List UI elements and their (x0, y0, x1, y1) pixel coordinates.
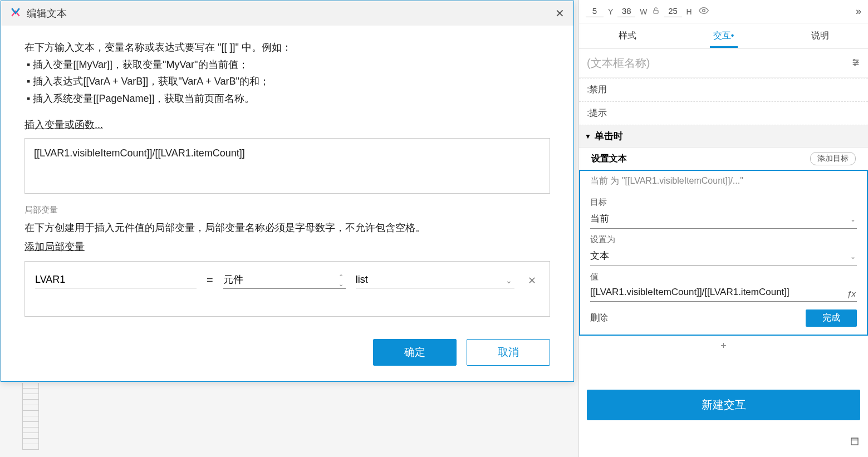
action-editor: 当前 为 "[[LVAR1.visibleItemCount]]/..." 目标… (579, 170, 868, 336)
chevron-icon: ⌃⌄ (339, 273, 344, 288)
local-var-description: 在下方创建用于插入元件值的局部变量，局部变量名称必须是字母数字，不允许包含空格。 (24, 221, 550, 234)
y-value[interactable]: 38 (617, 6, 635, 17)
widget-name-row: (文本框名称) (579, 49, 868, 78)
ruler-vertical (22, 383, 39, 450)
instructions-text: 在下方输入文本，变量名称或表达式要写在 "[[ ]]" 中。例如： ▪ 插入变量… (24, 39, 550, 107)
state-hint[interactable]: :提示 (579, 102, 868, 125)
inspector-tabs: 样式 交互• 说明 (579, 23, 868, 49)
collapse-icon[interactable]: ▼ (585, 132, 591, 140)
lock-icon[interactable] (652, 7, 660, 16)
action-description: 当前 为 "[[LVAR1.visibleItemCount]]/..." (580, 171, 867, 191)
h-label: H (686, 7, 692, 16)
x-value-partial[interactable]: 5 (586, 6, 604, 17)
var-name-input[interactable] (35, 273, 197, 288)
inspector-panel: 5 Y 38 W 25 H » 样式 交互• 说明 (文本框名称) :禁用 :提… (578, 0, 868, 457)
dialog-title: 编辑文本 (27, 7, 67, 20)
more-icon[interactable]: » (856, 6, 861, 17)
svg-rect-9 (851, 438, 858, 440)
w-value[interactable]: 25 (664, 6, 682, 17)
target-select[interactable]: 当前 (590, 210, 857, 229)
equals-sign: = (207, 274, 213, 287)
add-local-var-link[interactable]: 添加局部变量 (24, 240, 550, 253)
tab-notes[interactable]: 说明 (772, 24, 868, 47)
settings-icon[interactable] (851, 58, 860, 69)
svg-point-5 (854, 59, 855, 61)
svg-point-7 (854, 63, 856, 65)
event-name: 单击时 (595, 130, 623, 142)
setto-select[interactable]: 文本 (590, 247, 857, 266)
value-label: 值 (590, 272, 857, 282)
edit-text-dialog: 编辑文本 ✕ 在下方输入文本，变量名称或表达式要写在 "[[ ]]" 中。例如：… (1, 1, 574, 382)
widget-name-input[interactable]: (文本框名称) (587, 56, 851, 71)
delete-action-button[interactable]: 删除 (590, 312, 608, 324)
dialog-header: 编辑文本 ✕ (1, 1, 573, 26)
cancel-button[interactable]: 取消 (467, 339, 550, 366)
dialog-footer: 确定 取消 (1, 329, 573, 381)
target-label: 目标 (590, 197, 857, 208)
event-header-click[interactable]: ▼ 单击时 (579, 125, 868, 148)
setto-label: 设置为 (590, 234, 857, 245)
action-row: 设置文本 添加目标 (579, 148, 868, 170)
add-target-button[interactable]: 添加目标 (810, 152, 856, 165)
state-disabled[interactable]: :禁用 (579, 78, 868, 102)
done-button[interactable]: 完成 (806, 309, 857, 327)
tab-interact[interactable]: 交互• (675, 24, 772, 47)
expand-panel-icon[interactable] (850, 437, 859, 448)
delete-var-icon[interactable]: ✕ (524, 274, 540, 287)
local-var-table: = 元件 ⌃⌄ list ⌄ ✕ (24, 261, 550, 317)
svg-point-1 (702, 9, 705, 12)
chevron-icon: ⌄ (850, 215, 856, 223)
visibility-icon[interactable] (699, 6, 709, 17)
close-icon[interactable]: ✕ (555, 7, 565, 20)
tab-style[interactable]: 样式 (579, 24, 675, 47)
local-var-header: 局部变量 (24, 205, 550, 215)
y-label: Y (608, 7, 613, 16)
value-input[interactable]: [[LVAR1.visibleItemCount]]/[[LVAR1.itemC… (590, 284, 857, 302)
new-interaction-button[interactable]: 新建交互 (587, 390, 860, 420)
action-name: 设置文本 (591, 153, 627, 165)
ok-button[interactable]: 确定 (373, 339, 457, 366)
w-label: W (640, 7, 647, 16)
svg-rect-0 (653, 10, 658, 13)
add-action-button[interactable]: + (579, 336, 868, 356)
insert-var-fn-link[interactable]: 插入变量或函数... (24, 118, 550, 131)
expression-textarea[interactable]: [[LVAR1.visibleItemCount]]/[[LVAR1.itemC… (24, 138, 550, 194)
svg-point-6 (856, 61, 858, 63)
local-var-row: = 元件 ⌃⌄ list ⌄ ✕ (35, 272, 540, 289)
app-logo-icon (10, 7, 21, 21)
var-type-select[interactable]: 元件 (223, 272, 346, 289)
position-toolbar: 5 Y 38 W 25 H » (579, 0, 868, 23)
chevron-down-icon: ⌄ (506, 276, 512, 285)
fx-icon[interactable]: ƒx (847, 288, 856, 298)
chevron-icon: ⌄ (850, 253, 856, 261)
var-target-select[interactable]: list (356, 273, 514, 288)
